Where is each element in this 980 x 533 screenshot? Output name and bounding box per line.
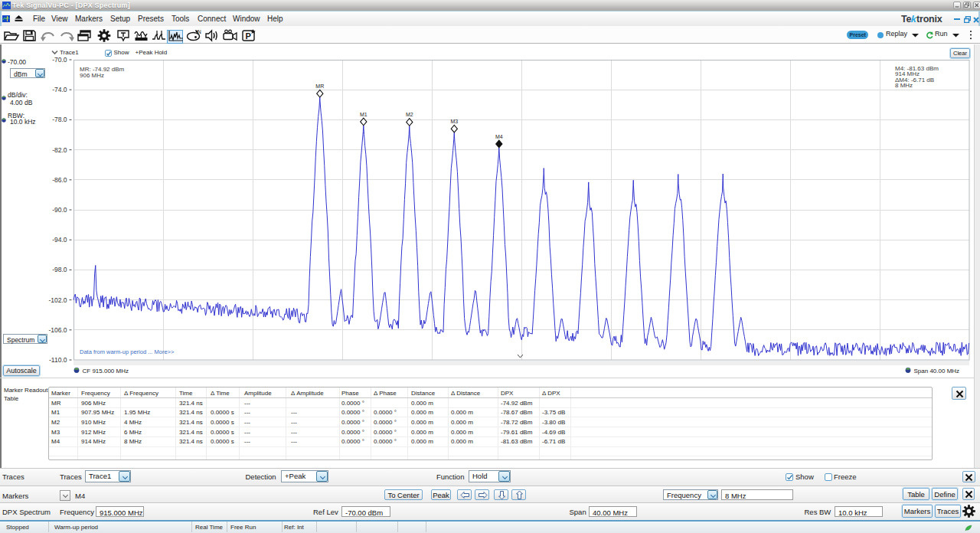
svg-text:M1: M1 xyxy=(360,112,368,117)
svg-text:M4: M4 xyxy=(495,134,503,139)
svg-text:P: P xyxy=(246,31,251,41)
svg-text:-98.0: -98.0 xyxy=(52,266,67,273)
svg-text:Span 40.00 MHz: Span 40.00 MHz xyxy=(914,368,960,374)
svg-text:-94.0: -94.0 xyxy=(52,236,67,244)
svg-text:-102.0: -102.0 xyxy=(48,296,67,304)
svg-text:-106.0: -106.0 xyxy=(48,326,67,334)
svg-text:M2: M2 xyxy=(406,112,413,117)
svg-text:MR: MR xyxy=(315,83,324,89)
svg-text:-86.0: -86.0 xyxy=(52,176,67,184)
svg-text:8 MHz: 8 MHz xyxy=(895,82,913,89)
svg-text:-90.0: -90.0 xyxy=(52,206,67,214)
svg-text:CF 915.000 MHz: CF 915.000 MHz xyxy=(83,368,129,374)
svg-text:-82.0: -82.0 xyxy=(52,146,67,154)
svg-text:906 MHz: 906 MHz xyxy=(80,72,104,79)
svg-text:-74.0: -74.0 xyxy=(52,86,67,93)
svg-text:-110.0: -110.0 xyxy=(49,356,67,364)
svg-text:M3: M3 xyxy=(450,119,458,124)
svg-text:-70.0: -70.0 xyxy=(52,56,67,64)
svg-text:-78.0: -78.0 xyxy=(52,116,67,123)
svg-text:N: N xyxy=(198,29,201,34)
svg-text:Data from warm-up period ... M: Data from warm-up period ... More>> xyxy=(80,348,175,355)
